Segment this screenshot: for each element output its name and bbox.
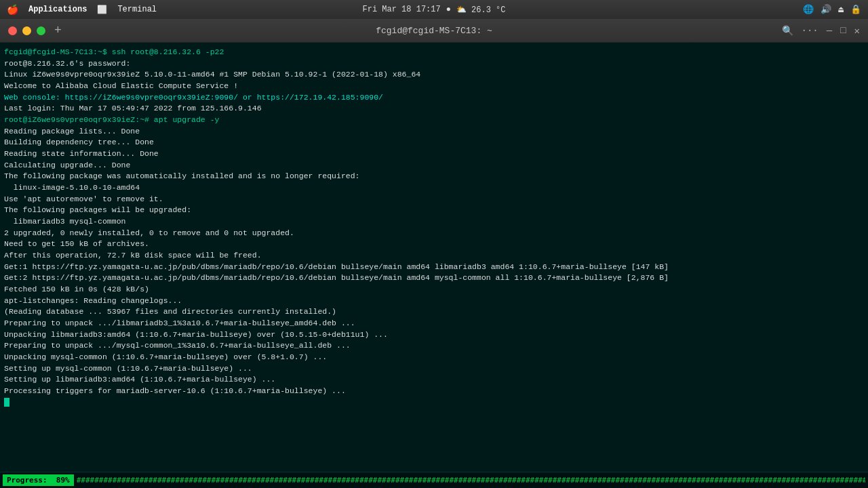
terminal-menu[interactable]: Terminal: [117, 5, 157, 14]
terminal-line: Web console: https://iZ6we9s0vpre0oqr9x3…: [4, 92, 864, 104]
window-controls: +: [8, 24, 62, 37]
progress-percent: 89%: [52, 476, 70, 485]
terminal-line: Welcome to Alibaba Cloud Elastic Compute…: [4, 81, 864, 92]
progress-text: Progress:: [7, 476, 47, 485]
weather-label: ⛅ 26.3 °C: [456, 5, 506, 15]
terminal-line: (Reading database ... 53967 files and di…: [4, 306, 864, 318]
terminal-line: Setting up mysql-common (1:10.6.7+maria-…: [4, 363, 864, 375]
sound-icon[interactable]: 🔊: [821, 4, 831, 15]
terminal-line: Use 'apt autoremove' to remove it.: [4, 194, 864, 205]
terminal-line: The following packages will be upgraded:: [4, 205, 864, 216]
terminal-line: Calculating upgrade... Done: [4, 160, 864, 171]
window-title: fcgid@fcgid-MS-7C13: ~: [376, 26, 492, 36]
new-tab-button[interactable]: +: [54, 24, 62, 37]
terminal-line: Preparing to unpack .../mysql-common_1%3…: [4, 340, 864, 352]
terminal-line: root@8.216.32.6's password:: [4, 58, 864, 70]
lock-icon[interactable]: 🔒: [850, 4, 861, 15]
terminal-line: Preparing to unpack .../libmariadb3_1%3a…: [4, 318, 864, 329]
window-minimize-icon[interactable]: —: [827, 25, 832, 36]
status-dot: ●: [446, 5, 451, 14]
more-icon[interactable]: ···: [802, 25, 818, 36]
terminal-line: linux-image-5.10.0-10-amd64: [4, 182, 864, 194]
terminal-line: Fetched 150 kB in 0s (428 kB/s): [4, 284, 864, 296]
terminal-line: Building dependency tree... Done: [4, 137, 864, 148]
progress-bar-track: ########################################…: [77, 476, 865, 485]
macos-menubar: 🍎 Applications ⬜ Terminal Fri Mar 18 17:…: [0, 0, 868, 19]
power-icon[interactable]: ⏏: [838, 4, 844, 15]
terminal-line: Setting up libmariadb3:amd64 (1:10.6.7+m…: [4, 374, 864, 386]
terminal-line: 2 upgraded, 0 newly installed, 0 to remo…: [4, 228, 864, 239]
terminal-line: Unpacking libmariadb3:amd64 (1:10.6.7+ma…: [4, 329, 864, 341]
terminal-line: Get:2 https://ftp.yz.yamagata-u.ac.jp/pu…: [4, 272, 864, 284]
terminal-line: apt-listchanges: Reading changelogs...: [4, 296, 864, 307]
terminal-line: fcgid@fcgid-MS-7C13:~$ ssh root@8.216.32…: [4, 47, 864, 58]
terminal-cursor-line: [4, 397, 864, 409]
terminal-menu-icon: ⬜: [97, 5, 107, 15]
applications-menu[interactable]: Applications: [28, 5, 87, 14]
progress-bar-container: Progress: 89% ##########################…: [0, 472, 868, 488]
terminal-line: Reading package lists... Done: [4, 126, 864, 138]
network-icon[interactable]: 🌐: [803, 4, 814, 15]
maximize-button[interactable]: [37, 26, 45, 35]
terminal-window: + fcgid@fcgid-MS-7C13: ~ 🔍 ··· — □ ✕ fcg…: [0, 19, 868, 488]
menubar-center: Fri Mar 18 17:17 ● ⛅ 26.3 °C: [362, 5, 505, 15]
close-button[interactable]: [8, 26, 17, 35]
window-close-icon[interactable]: ✕: [854, 25, 860, 37]
terminal-line: Get:1 https://ftp.yz.yamagata-u.ac.jp/pu…: [4, 262, 864, 273]
menubar-right: 🌐 🔊 ⏏ 🔒: [803, 4, 861, 15]
title-text: fcgid@fcgid-MS-7C13: ~: [376, 26, 492, 36]
datetime-label: Fri Mar 18 17:17: [362, 5, 440, 14]
terminal-line: Last login: Thu Mar 17 05:49:47 2022 fro…: [4, 103, 864, 115]
window-restore-icon[interactable]: □: [840, 25, 846, 36]
terminal-line: After this operation, 72.7 kB disk space…: [4, 250, 864, 262]
terminal-line: root@iZ6we9s0vpre0oqr9x39ieZ:~# apt upgr…: [4, 115, 864, 126]
terminal-line: The following package was automatically …: [4, 171, 864, 182]
terminal-line: Processing triggers for mariadb-server-1…: [4, 386, 864, 397]
progress-label: Progress: 89%: [3, 474, 74, 486]
terminal-line: libmariadb3 mysql-common: [4, 216, 864, 228]
search-icon[interactable]: 🔍: [782, 25, 793, 37]
terminal-line: Need to get 150 kB of archives.: [4, 239, 864, 250]
terminal-line: Linux iZ6we9s0vpre0oqr9x39ieZ 5.10.0-11-…: [4, 69, 864, 81]
minimize-button[interactable]: [22, 26, 31, 35]
titlebar-actions: 🔍 ··· — □ ✕: [782, 25, 860, 37]
terminal-titlebar: + fcgid@fcgid-MS-7C13: ~ 🔍 ··· — □ ✕: [0, 19, 868, 43]
terminal-output[interactable]: fcgid@fcgid-MS-7C13:~$ ssh root@8.216.32…: [0, 43, 868, 472]
apple-menu[interactable]: 🍎: [7, 4, 18, 16]
terminal-cursor: [4, 398, 9, 407]
terminal-line: Reading state information... Done: [4, 148, 864, 160]
terminal-line: Unpacking mysql-common (1:10.6.7+maria-b…: [4, 352, 864, 363]
